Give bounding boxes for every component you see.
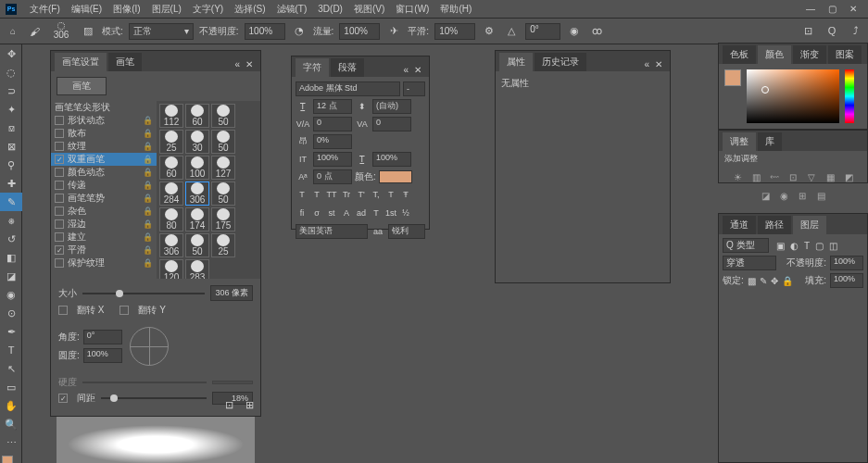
brush-thumb[interactable]: 50 xyxy=(211,104,235,128)
menu-view[interactable]: 视图(V) xyxy=(348,1,390,18)
brush-thumb[interactable]: 175 xyxy=(211,207,235,232)
search-icon[interactable]: ⊡ xyxy=(799,22,816,39)
leading-input[interactable]: (自动) xyxy=(372,99,411,114)
eraser-tool[interactable]: ◧ xyxy=(0,248,22,267)
brush-round-input[interactable]: 100% xyxy=(83,348,122,363)
zoom-tool[interactable]: 🔍 xyxy=(0,415,22,433)
healing-tool[interactable]: ✚ xyxy=(0,174,22,193)
brush-thumb[interactable]: 100 xyxy=(185,156,209,180)
brush-opt-4[interactable]: 颜色动态🔒 xyxy=(51,166,157,179)
curves-icon[interactable]: ⬳ xyxy=(768,170,781,183)
home-icon[interactable]: ⌂ xyxy=(6,24,20,39)
panel-close-icon[interactable]: ✕ xyxy=(414,65,421,75)
brush-thumb[interactable]: 112 xyxy=(159,104,183,128)
panel-collapse-icon[interactable]: « xyxy=(644,59,649,69)
levels-icon[interactable]: ▥ xyxy=(749,170,762,183)
brush-thumb[interactable]: 284 xyxy=(159,181,183,206)
tab-properties[interactable]: 属性 xyxy=(499,53,533,71)
brush-tip-shape[interactable]: 画笔笔尖形状 xyxy=(51,101,157,114)
text-color-swatch[interactable] xyxy=(379,170,412,183)
color-field[interactable] xyxy=(747,69,839,123)
lock-position-icon[interactable]: ✥ xyxy=(771,276,778,286)
brush-opt-1[interactable]: 散布🔒 xyxy=(51,127,157,140)
hue-slider[interactable] xyxy=(845,69,854,123)
color-balance-icon[interactable]: ◩ xyxy=(842,170,855,183)
gradient-tool[interactable]: ◪ xyxy=(0,267,22,285)
brush-thumb[interactable]: 50 xyxy=(211,181,235,206)
wand-tool[interactable]: ✦ xyxy=(0,100,22,119)
layer-opacity-input[interactable]: 100% xyxy=(830,256,863,270)
menu-window[interactable]: 窗口(W) xyxy=(390,1,434,18)
blur-tool[interactable]: ◉ xyxy=(0,285,22,304)
lock-all-icon[interactable]: 🔒 xyxy=(782,276,793,286)
crop-tool[interactable]: ⟏ xyxy=(0,119,22,137)
marquee-tool[interactable]: ◌ xyxy=(0,63,22,81)
brightness-icon[interactable]: ☀ xyxy=(731,170,744,183)
flow-input[interactable]: 100% xyxy=(339,23,380,40)
maximize-icon[interactable]: ▢ xyxy=(828,4,837,14)
brush-opt-0[interactable]: 形状动态🔒 xyxy=(51,114,157,127)
hscale-input[interactable]: 100% xyxy=(372,152,411,167)
lock-transparent-icon[interactable]: ▩ xyxy=(748,276,756,286)
minimize-icon[interactable]: — xyxy=(806,4,815,14)
brush-thumb[interactable]: 283 xyxy=(185,259,209,279)
font-family-select[interactable]: Adobe 黑体 Std xyxy=(296,81,400,96)
opentype-icon[interactable]: fi xyxy=(296,206,308,219)
menu-image[interactable]: 图像(I) xyxy=(107,1,145,18)
airbrush-icon[interactable]: ✈ xyxy=(385,23,402,40)
brush-thumb[interactable]: 174 xyxy=(185,207,209,232)
tab-paths[interactable]: 路径 xyxy=(758,216,791,234)
cloud-icon[interactable]: Q xyxy=(824,22,840,39)
brush-thumb[interactable]: 127 xyxy=(211,156,235,180)
fill-input[interactable]: 100% xyxy=(830,273,863,288)
menu-edit[interactable]: 编辑(E) xyxy=(66,1,107,18)
history-brush-tool[interactable]: ↺ xyxy=(0,230,22,248)
tab-channels[interactable]: 通道 xyxy=(723,216,756,234)
tab-layers[interactable]: 图层 xyxy=(793,216,826,234)
brush-opt-10[interactable]: ✓平滑🔒 xyxy=(51,244,157,257)
brush-thumb[interactable]: 306 xyxy=(159,233,183,257)
brush-angle-input[interactable]: 0° xyxy=(83,330,122,344)
menu-3d[interactable]: 3D(D) xyxy=(312,2,348,16)
kerning-input[interactable]: 0 xyxy=(313,117,352,131)
tab-patterns[interactable]: 图案 xyxy=(828,45,862,64)
type-style-button[interactable]: T xyxy=(310,188,323,201)
mode-select[interactable]: 正常▾ xyxy=(129,23,194,40)
dodge-tool[interactable]: ⊙ xyxy=(0,304,22,322)
panel-close-icon[interactable]: ✕ xyxy=(655,59,662,69)
brush-opt-8[interactable]: 湿边🔒 xyxy=(51,218,157,231)
brush-opt-3[interactable]: ✓双重画笔🔒 xyxy=(51,153,157,166)
new-brush-icon[interactable]: ⊞ xyxy=(241,396,258,413)
brush-tool-icon[interactable]: 🖌 xyxy=(26,23,43,40)
size-slider[interactable] xyxy=(82,293,205,294)
color-swatch[interactable] xyxy=(724,69,741,86)
color-swatches[interactable] xyxy=(2,456,20,463)
brush-preset-picker[interactable]: 306 xyxy=(48,22,74,41)
brush-thumb[interactable]: 60 xyxy=(159,156,183,180)
type-style-button[interactable]: TT xyxy=(325,188,338,201)
pen-tool[interactable]: ✒ xyxy=(0,322,22,341)
bw-icon[interactable]: ◪ xyxy=(759,189,772,202)
brush-thumb[interactable]: 80 xyxy=(159,207,183,232)
tab-libraries[interactable]: 库 xyxy=(758,132,782,151)
flipy-checkbox[interactable] xyxy=(120,306,129,315)
toggle-preview-icon[interactable]: ⊡ xyxy=(220,396,237,413)
brush-thumb[interactable]: 120 xyxy=(159,259,183,279)
tab-swatches[interactable]: 色板 xyxy=(723,45,756,64)
tab-gradients[interactable]: 渐变 xyxy=(793,45,826,64)
opacity-input[interactable]: 100% xyxy=(245,23,285,40)
smooth-input[interactable]: 10% xyxy=(434,23,475,40)
spacing-checkbox[interactable]: ✓ xyxy=(58,394,68,403)
shape-tool[interactable]: ▭ xyxy=(0,378,22,396)
hue-icon[interactable]: ▦ xyxy=(824,170,837,183)
spacing-slider[interactable] xyxy=(101,397,207,399)
menu-select[interactable]: 选择(S) xyxy=(229,1,270,18)
baseline-input[interactable]: 0 点 xyxy=(313,169,352,184)
filter-smart-icon[interactable]: ◫ xyxy=(829,241,837,251)
menu-type[interactable]: 文字(Y) xyxy=(187,1,229,18)
brush-opt-11[interactable]: 保护纹理🔒 xyxy=(51,257,157,269)
brush-opt-2[interactable]: 纹理🔒 xyxy=(51,140,157,153)
vibrance-icon[interactable]: ▽ xyxy=(805,170,818,183)
menu-file[interactable]: 文件(F) xyxy=(24,1,66,18)
brush-thumb[interactable]: 50 xyxy=(185,233,209,257)
